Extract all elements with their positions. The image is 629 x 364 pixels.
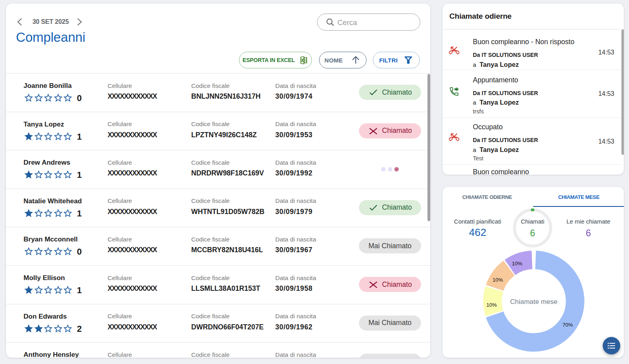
svg-text:10%: 10% <box>492 277 503 283</box>
svg-text:10%: 10% <box>512 261 522 267</box>
svg-text:10%: 10% <box>486 302 497 308</box>
svg-text:70%: 70% <box>562 322 573 328</box>
svg-text:Chiamate mese: Chiamate mese <box>510 298 557 306</box>
